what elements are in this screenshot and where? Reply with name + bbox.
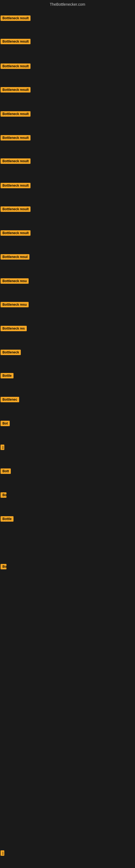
- bottleneck-badge-19: |: [1, 444, 3, 451]
- bottleneck-label-12: Bottleneck resu: [1, 278, 29, 284]
- bottleneck-label-22: Bottle: [1, 516, 13, 522]
- site-title: TheBottlenecker.com: [0, 0, 135, 8]
- bottleneck-label-19: |: [1, 444, 4, 450]
- bottleneck-label-10: Bottleneck result: [1, 230, 31, 236]
- bottleneck-label-17: Bottlenec: [1, 397, 19, 402]
- bottleneck-badge-24: Bo: [1, 564, 6, 570]
- bottleneck-badge-14: Bottleneck res: [1, 326, 27, 332]
- bottleneck-label-4: Bottleneck result: [1, 87, 31, 93]
- bottleneck-badge-4: Bottleneck result: [1, 87, 31, 94]
- bottleneck-badge-6: Bottleneck result: [1, 135, 31, 142]
- bottleneck-badge-11: Bottleneck resul: [1, 254, 30, 261]
- bottleneck-label-14: Bottleneck res: [1, 326, 27, 331]
- bottleneck-label-7: Bottleneck result: [1, 158, 31, 164]
- bottleneck-label-3: Bottleneck result: [1, 63, 31, 69]
- bottleneck-badge-18: Bot: [1, 421, 10, 427]
- bottleneck-label-24: Bo: [1, 564, 6, 569]
- bottleneck-badge-10: Bottleneck result: [1, 230, 31, 237]
- bottleneck-badge-1: Bottleneck result: [1, 16, 31, 22]
- bottleneck-label-9: Bottleneck result: [1, 207, 31, 212]
- bottleneck-badge-3: Bottleneck result: [1, 63, 31, 70]
- bottleneck-badge-13: Bottleneck resu: [1, 302, 29, 308]
- bottleneck-badge-22: Bottle: [1, 516, 13, 523]
- bottleneck-label-1: Bottleneck result: [1, 16, 31, 21]
- bottleneck-label-15: Bottleneck: [1, 350, 21, 355]
- bottleneck-label-6: Bottleneck result: [1, 135, 31, 141]
- bottleneck-label-2: Bottleneck result: [1, 39, 31, 44]
- bottleneck-label-21: Bo: [1, 492, 6, 498]
- bottleneck-badge-15: Bottleneck: [1, 350, 21, 356]
- bottleneck-label-36: |: [1, 850, 4, 856]
- bottleneck-badge-5: Bottleneck result: [1, 111, 31, 118]
- bottleneck-label-13: Bottleneck resu: [1, 302, 29, 307]
- bottleneck-label-11: Bottleneck resul: [1, 254, 30, 259]
- bottleneck-badge-36: |: [1, 850, 3, 857]
- bottleneck-badge-20: Bott: [1, 468, 11, 475]
- bottleneck-label-20: Bott: [1, 468, 11, 474]
- bottleneck-badge-16: Bottle: [1, 373, 13, 379]
- bottleneck-badge-12: Bottleneck resu: [1, 278, 29, 285]
- bottleneck-badge-21: Bo: [1, 492, 6, 499]
- bottleneck-label-16: Bottle: [1, 373, 13, 378]
- bottleneck-badge-2: Bottleneck result: [1, 39, 31, 45]
- bottleneck-badge-7: Bottleneck result: [1, 158, 31, 165]
- bottleneck-badge-17: Bottlenec: [1, 397, 19, 403]
- bottleneck-label-5: Bottleneck result: [1, 111, 31, 117]
- bottleneck-label-8: Bottleneck result: [1, 183, 31, 188]
- bottleneck-badge-9: Bottleneck result: [1, 207, 31, 213]
- bottleneck-label-18: Bot: [1, 421, 10, 426]
- bottleneck-badge-8: Bottleneck result: [1, 183, 31, 189]
